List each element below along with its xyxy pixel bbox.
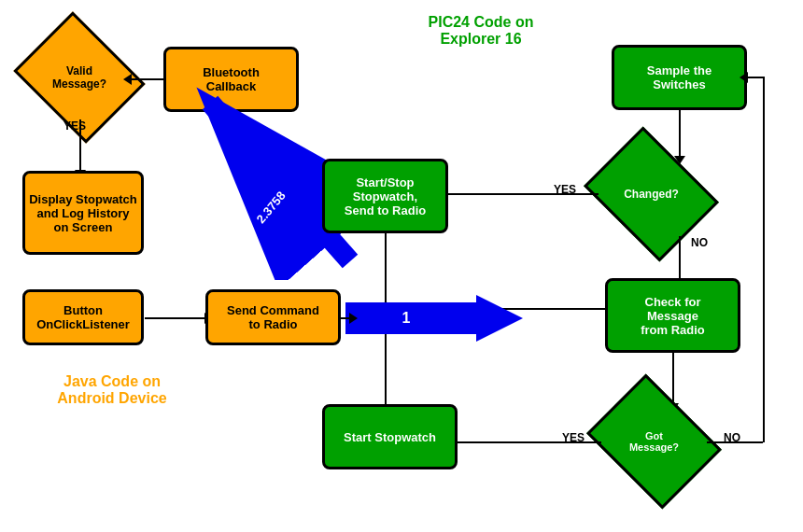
valid-message-diamond: ValidMessage? (28, 35, 131, 119)
arrow-gotmsg-no-v (763, 77, 765, 442)
diagram: PIC24 Code onExplorer 16 Java Code onAnd… (0, 0, 803, 532)
arrow-check-down (672, 353, 674, 404)
changed-label: Changed? (624, 188, 679, 201)
arrow-send-to-blue (341, 317, 350, 319)
yes-label-1: YES (63, 119, 86, 133)
start-stopwatch-box: Start Stopwatch (322, 404, 458, 469)
sample-switches-label: Sample theSwitches (647, 63, 711, 91)
display-stopwatch-label: Display Stopwatchand Log Historyon Scree… (29, 192, 137, 234)
blue-right-arrow-label: 1 (402, 310, 411, 326)
arrow-bt-to-valid (131, 78, 164, 80)
send-command-box: Send Commandto Radio (205, 289, 341, 345)
no-label-1: NO (691, 236, 708, 249)
blue-right-arrow-shape (345, 295, 523, 342)
button-onclick-box: ButtonOnClickListener (22, 289, 144, 345)
arrow-gotmsg-no-h (707, 441, 763, 443)
got-message-label: GotMessage? (629, 430, 679, 453)
start-stop-box: Start/StopStopwatch,Send to Radio (322, 159, 448, 233)
arrow-sample-down (679, 110, 681, 157)
arrow-valid-down (79, 119, 81, 171)
blue-right-arrow-svg: 1 (345, 295, 532, 342)
check-message-label: Check forMessagefrom Radio (641, 295, 705, 337)
start-stopwatch-label: Start Stopwatch (344, 430, 436, 444)
got-message-diamond: GotMessage? (600, 399, 708, 483)
java-title: Java Code onAndroid Device (28, 373, 196, 407)
send-command-label: Send Commandto Radio (227, 303, 319, 331)
arrow-button-to-send (145, 317, 205, 319)
arrow-gotmsg-no-connect (747, 77, 764, 78)
pic24-title: PIC24 Code onExplorer 16 (402, 14, 560, 48)
sample-switches-box: Sample theSwitches (612, 45, 747, 110)
display-stopwatch-box: Display Stopwatchand Log Historyon Scree… (22, 171, 144, 255)
start-stop-label: Start/StopStopwatch,Send to Radio (345, 175, 426, 217)
changed-diamond: Changed? (598, 152, 705, 236)
valid-message-label: ValidMessage? (52, 64, 106, 91)
button-onclick-label: ButtonOnClickListener (36, 303, 130, 331)
diagonal-arrow-label: 2.3758 (254, 189, 289, 226)
check-message-box: Check forMessagefrom Radio (605, 278, 740, 353)
